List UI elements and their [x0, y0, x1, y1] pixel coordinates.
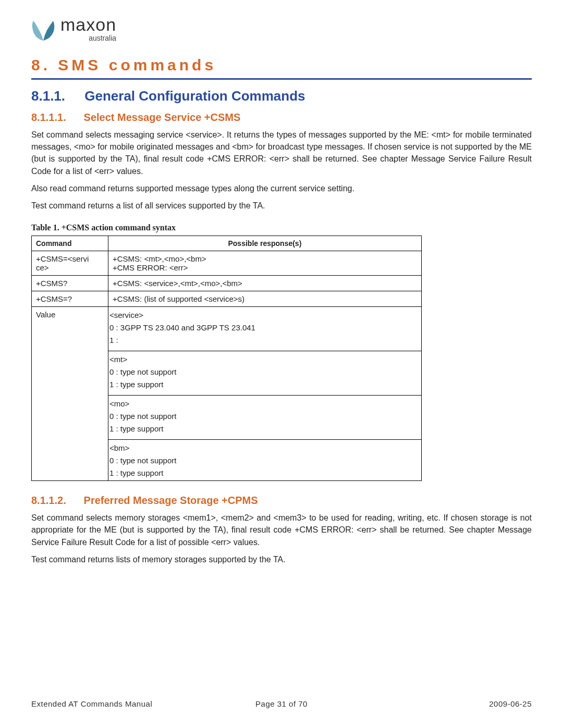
- table-row: +CSMS? +CSMS: <service>,<mt>,<mo>,<bm>: [32, 276, 422, 291]
- logo-brand: maxon: [60, 16, 116, 33]
- cell-response: +CSMS: <mt>,<mo>,<bm> +CMS ERROR: <err>: [108, 251, 422, 276]
- cell-response: <service> 0 : 3GPP TS 23.040 and 3GPP TS…: [108, 307, 422, 481]
- paragraph: Also read command returns supported mess…: [31, 182, 532, 194]
- th-command: Command: [32, 236, 108, 251]
- subsubsection-heading: 8.1.1.2. Preferred Message Storage +CPMS: [31, 495, 532, 507]
- logo-sub: australia: [60, 34, 116, 42]
- cell-response: +CSMS: (list of supported <service>s): [108, 291, 422, 307]
- value-group-bm: <bm> 0 : type not support 1 : type suppo…: [108, 440, 421, 480]
- page-footer: Extended AT Commands Manual Page 31 of 7…: [31, 699, 532, 708]
- h3b-text: Preferred Message Storage +CPMS: [84, 495, 258, 506]
- value-group-mt: <mt> 0 : type not support 1 : type suppo…: [108, 351, 421, 396]
- h3a-text: Select Message Service +CSMS: [84, 112, 241, 123]
- subsection-heading: 8.1.1. General Configuration Commands: [31, 88, 532, 104]
- value-group-mo: <mo> 0 : type not support 1 : type suppo…: [108, 396, 421, 440]
- table-row: +CSMS=<servi ce> +CSMS: <mt>,<mo>,<bm> +…: [32, 251, 422, 276]
- h2-text: General Configuration Commands: [84, 88, 305, 104]
- h3b-number: 8.1.1.2.: [31, 495, 81, 507]
- section-heading: 8. SMS commands: [31, 56, 532, 76]
- cell-command: +CSMS=<servi ce>: [32, 251, 108, 276]
- paragraph: Set command selects messaging service <s…: [31, 129, 532, 177]
- table-header-row: Command Possible response(s): [32, 236, 422, 251]
- footer-center: Page 31 of 70: [31, 699, 532, 708]
- table-row: +CSMS=? +CSMS: (list of supported <servi…: [32, 291, 422, 307]
- subsubsection-heading: 8.1.1.1. Select Message Service +CSMS: [31, 112, 532, 124]
- paragraph: Test command returns a list of all servi…: [31, 200, 532, 212]
- h3a-number: 8.1.1.1.: [31, 112, 81, 124]
- cell-command: Value: [32, 307, 108, 481]
- paragraph: Set command selects memory storages <mem…: [31, 512, 532, 548]
- cell-command: +CSMS?: [32, 276, 108, 291]
- paragraph: Test command returns lists of memory sto…: [31, 553, 532, 565]
- th-response: Possible response(s): [108, 236, 422, 251]
- value-group-service: <service> 0 : 3GPP TS 23.040 and 3GPP TS…: [108, 307, 421, 351]
- maxon-logo-icon: [31, 20, 55, 42]
- csms-syntax-table: Command Possible response(s) +CSMS=<serv…: [31, 236, 422, 481]
- h2-number: 8.1.1.: [31, 88, 81, 104]
- heading-rule: [31, 78, 532, 80]
- cell-command: +CSMS=?: [32, 291, 108, 307]
- table-row: Value <service> 0 : 3GPP TS 23.040 and 3…: [32, 307, 422, 481]
- cell-response: +CSMS: <service>,<mt>,<mo>,<bm>: [108, 276, 422, 291]
- logo: maxon australia: [31, 16, 532, 42]
- table-caption: Table 1. +CSMS action command syntax: [31, 223, 532, 232]
